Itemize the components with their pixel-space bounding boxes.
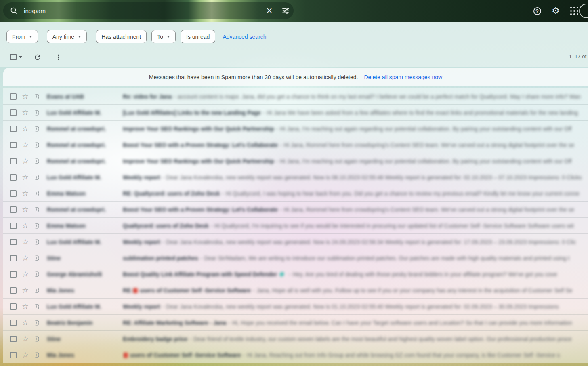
clear-search-button[interactable]: ✕ bbox=[261, 3, 277, 19]
importance-marker-icon[interactable] bbox=[34, 335, 41, 343]
chevron-down-icon bbox=[78, 36, 81, 38]
row-checkbox[interactable] bbox=[10, 303, 17, 310]
importance-marker-icon[interactable] bbox=[34, 109, 41, 116]
email-row[interactable]: ☆ Stine Embroidery badge price - Dear fr… bbox=[3, 331, 588, 347]
importance-marker-icon[interactable] bbox=[34, 319, 41, 326]
email-snippet: Hi Jana, I'm reaching out again regardin… bbox=[280, 158, 571, 164]
settings-button[interactable]: ⚙ bbox=[548, 3, 564, 19]
row-checkbox[interactable] bbox=[10, 142, 17, 148]
row-checkbox[interactable] bbox=[10, 287, 17, 294]
filter-chip-to[interactable]: To bbox=[151, 30, 176, 43]
email-subject-snippet: Improve Your SEO Rankings with Our Quick… bbox=[123, 126, 588, 132]
filter-chip-from[interactable]: From bbox=[6, 30, 38, 43]
star-icon[interactable]: ☆ bbox=[22, 206, 29, 213]
email-row[interactable]: ☆ Stine sublimation printed patches - De… bbox=[3, 250, 588, 266]
star-icon[interactable]: ☆ bbox=[22, 173, 29, 181]
search-bar[interactable]: in:spam ✕ bbox=[3, 2, 294, 19]
search-filter-chips: From Any time Has attachment To Is unrea… bbox=[6, 30, 267, 43]
star-icon[interactable]: ☆ bbox=[22, 93, 29, 100]
email-subject-snippet: sublimation printed patches - Dear Sir/M… bbox=[123, 255, 588, 261]
importance-marker-icon[interactable] bbox=[34, 222, 41, 229]
row-checkbox[interactable] bbox=[10, 336, 17, 342]
row-checkbox[interactable] bbox=[10, 190, 17, 197]
importance-marker-icon[interactable] bbox=[34, 303, 41, 310]
filter-chip-any-time[interactable]: Any time bbox=[47, 30, 87, 43]
email-row[interactable]: ☆ Rommel at crowdspri. Improve Your SEO … bbox=[3, 153, 588, 169]
select-dropdown-icon[interactable] bbox=[19, 56, 22, 58]
email-row[interactable]: ☆ Rommel at crowdspri. Boost Your SEO wi… bbox=[3, 137, 588, 153]
row-checkbox[interactable] bbox=[10, 239, 17, 245]
email-row[interactable]: ☆ Emma Watson Qualtycord: users of Zoho … bbox=[3, 218, 588, 234]
email-row[interactable]: ☆ Evans at UAB Re: video for Jana - acco… bbox=[3, 88, 588, 105]
row-checkbox[interactable] bbox=[10, 158, 17, 164]
delete-all-spam-link[interactable]: Delete all spam messages now bbox=[364, 74, 442, 80]
email-row[interactable]: ☆ George Abramishvili Boost Quality Link… bbox=[3, 266, 588, 282]
email-row[interactable]: ☆ Rommel at crowdspri. Boost Your SEO wi… bbox=[3, 202, 588, 218]
row-checkbox[interactable] bbox=[10, 93, 17, 100]
star-icon[interactable]: ☆ bbox=[22, 319, 29, 326]
star-icon[interactable]: ☆ bbox=[22, 270, 29, 278]
search-options-button[interactable] bbox=[277, 3, 294, 19]
star-icon[interactable]: ☆ bbox=[22, 141, 29, 149]
row-checkbox[interactable] bbox=[10, 126, 17, 132]
select-all-checkbox[interactable] bbox=[10, 54, 17, 60]
subject-snippet-separator: - bbox=[210, 223, 212, 229]
importance-marker-icon[interactable] bbox=[34, 93, 41, 100]
row-checkbox[interactable] bbox=[10, 223, 17, 229]
search-input[interactable]: in:spam bbox=[24, 7, 261, 15]
email-sender: Emma Watson bbox=[47, 190, 123, 197]
email-subject: Qualtycord: users of Zoho Desk bbox=[123, 223, 208, 229]
importance-marker-icon[interactable] bbox=[34, 206, 41, 213]
row-checkbox[interactable] bbox=[10, 109, 17, 116]
row-checkbox[interactable] bbox=[10, 352, 17, 358]
importance-marker-icon[interactable] bbox=[34, 255, 41, 262]
email-row[interactable]: ☆ Emma Watson RE: Qualtycord: users of Z… bbox=[3, 185, 588, 202]
subject-snippet-separator: - bbox=[280, 206, 282, 213]
email-row[interactable]: ☆ Rommel at crowdspri. Improve Your SEO … bbox=[3, 121, 588, 137]
star-icon[interactable]: ☆ bbox=[22, 335, 29, 343]
importance-marker-icon[interactable] bbox=[34, 287, 41, 294]
importance-marker-icon[interactable] bbox=[34, 158, 41, 165]
star-icon[interactable]: ☆ bbox=[22, 238, 29, 246]
email-row[interactable]: ☆ Mia Jones RE: users of Customer Self -… bbox=[3, 282, 588, 299]
row-checkbox[interactable] bbox=[10, 320, 17, 326]
email-row[interactable]: ☆ Lux Gold Affiliate M. [Lux Gold Affili… bbox=[3, 105, 588, 121]
email-row[interactable]: ☆ Lux Gold Affiliate M. Weekly report - … bbox=[3, 234, 588, 250]
importance-marker-icon[interactable] bbox=[34, 271, 41, 278]
star-icon[interactable]: ☆ bbox=[22, 157, 29, 165]
email-subject-snippet: Re: video for Jana - account content is … bbox=[123, 93, 588, 100]
row-checkbox[interactable] bbox=[10, 271, 17, 278]
importance-marker-icon[interactable] bbox=[34, 125, 41, 133]
email-row[interactable]: ☆ Mia Jones users of Customer Self -Serv… bbox=[3, 347, 588, 363]
importance-marker-icon[interactable] bbox=[34, 351, 41, 359]
email-subject-snippet: Boost Quality Link Affiliate Program wit… bbox=[123, 271, 588, 278]
help-button[interactable]: ? bbox=[529, 3, 545, 19]
row-checkbox[interactable] bbox=[10, 206, 17, 213]
advanced-search-link[interactable]: Advanced search bbox=[223, 34, 266, 40]
row-checkbox[interactable] bbox=[10, 255, 17, 261]
more-options-button[interactable]: ⋮ bbox=[53, 51, 64, 63]
star-icon[interactable]: ☆ bbox=[22, 351, 29, 359]
star-icon[interactable]: ☆ bbox=[22, 303, 29, 310]
star-icon[interactable]: ☆ bbox=[22, 109, 29, 116]
email-row[interactable]: ☆ Lux Gold Affiliate M. Weekly report - … bbox=[3, 299, 588, 315]
importance-marker-icon[interactable] bbox=[34, 238, 41, 246]
row-checkbox[interactable] bbox=[10, 174, 17, 181]
star-icon[interactable]: ☆ bbox=[22, 254, 29, 262]
email-snippet: Dear Jana Kovalevska, new weekly report … bbox=[166, 239, 576, 245]
star-icon[interactable]: ☆ bbox=[22, 222, 29, 229]
star-icon[interactable]: ☆ bbox=[22, 286, 29, 294]
importance-marker-icon[interactable] bbox=[34, 174, 41, 181]
email-snippet: Hi Qualtycord, I'm inquiring to see if y… bbox=[214, 223, 574, 229]
filter-chip-is-unread[interactable]: Is unread bbox=[181, 30, 215, 43]
subject-snippet-separator: - bbox=[276, 126, 278, 132]
importance-marker-icon[interactable] bbox=[34, 190, 41, 197]
filter-chip-has-attachment[interactable]: Has attachment bbox=[96, 30, 147, 43]
email-row[interactable]: ☆ Lux Gold Affiliate M. Weekly report - … bbox=[3, 169, 588, 185]
star-icon[interactable]: ☆ bbox=[22, 189, 29, 197]
email-subject: RE: Qualtycord: users of Zoho Desk bbox=[123, 190, 220, 197]
refresh-button[interactable] bbox=[32, 51, 43, 63]
importance-marker-icon[interactable] bbox=[34, 141, 41, 149]
star-icon[interactable]: ☆ bbox=[22, 125, 29, 133]
email-row[interactable]: ☆ Beatriz Benjamin RE: Affiliate Marketi… bbox=[3, 315, 588, 331]
